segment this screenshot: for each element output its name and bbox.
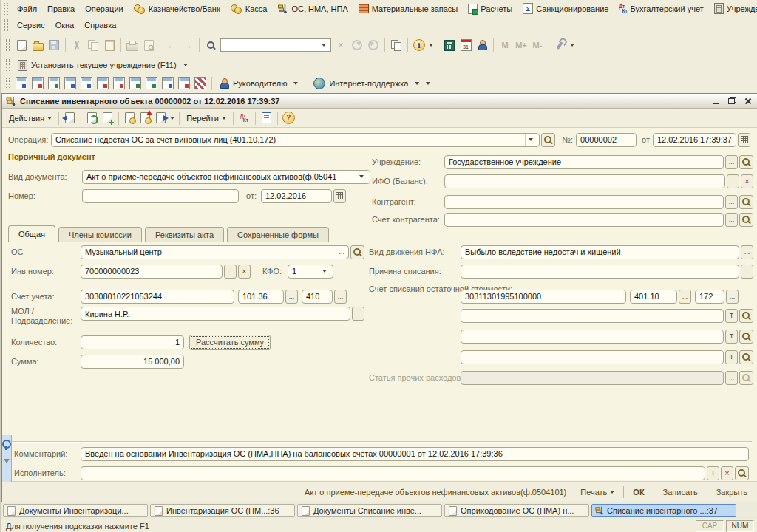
toolbar-grip[interactable] — [6, 78, 10, 89]
close-button-footer[interactable]: Закрыть — [712, 486, 752, 498]
copy-window-button[interactable] — [388, 37, 404, 53]
menu-file[interactable]: Файл — [12, 3, 42, 15]
menu-fixed-assets[interactable]: ОС, НМА, НПА — [272, 2, 353, 16]
toolbar-grip[interactable] — [302, 78, 305, 89]
os-search-button[interactable] — [350, 245, 364, 259]
inv-number-field[interactable]: 700000000023 — [81, 265, 223, 279]
tab-saved-forms[interactable]: Сохраненные формы — [227, 227, 329, 242]
extra3-search-button[interactable] — [739, 350, 753, 364]
print-button[interactable] — [124, 37, 140, 53]
account-field[interactable]: 101.36 — [238, 290, 284, 304]
inv-clear-button[interactable]: × — [238, 265, 251, 279]
contractor-account-select-button[interactable]: ... — [725, 213, 738, 227]
menu-inventory[interactable]: Материальные запасы — [353, 2, 464, 15]
menu-help[interactable]: Справка — [79, 19, 121, 31]
docked-panel-strip[interactable] — [2, 435, 12, 482]
taskbar-item-4[interactable]: Оприходование ОС (НМА) н... — [444, 504, 589, 517]
result-list-button[interactable] — [259, 110, 274, 126]
writeoff-sub-field[interactable]: 172 — [695, 290, 724, 304]
contractor-select-button[interactable]: ... — [725, 195, 738, 209]
operation-search-button[interactable] — [541, 133, 555, 147]
search-dropdown[interactable] — [319, 40, 328, 51]
report-icon-1[interactable] — [13, 75, 30, 92]
report-icon-12[interactable] — [192, 75, 208, 92]
contractor-search-button[interactable] — [739, 195, 753, 209]
writeoff-code-field[interactable]: 30311301995100000 — [461, 290, 626, 304]
tools-dropdown[interactable] — [568, 37, 576, 53]
extra2-search-button[interactable] — [739, 330, 753, 344]
print-button-footer[interactable]: Печать — [576, 486, 619, 498]
comment-field[interactable]: Введен на основании Инвентаризация ОС (Н… — [81, 447, 749, 461]
report-icon-4[interactable] — [62, 75, 78, 92]
ifo-select-button[interactable]: ... — [727, 174, 739, 188]
memory-button[interactable]: M — [497, 37, 513, 53]
save-button[interactable] — [46, 37, 62, 53]
tab-act-details[interactable]: Реквизиты акта — [145, 227, 224, 242]
minimize-button[interactable] — [709, 96, 722, 106]
internet-support-dropdown[interactable] — [424, 75, 432, 92]
toolbar-grip[interactable] — [4, 3, 8, 15]
report-icon-11[interactable] — [176, 75, 192, 92]
operation-dropdown[interactable] — [525, 134, 535, 146]
report-icon-8[interactable] — [127, 75, 143, 92]
copy-button[interactable] — [85, 37, 101, 53]
account-code-field[interactable]: 30308010221053244 — [81, 290, 234, 304]
report-icon-10[interactable] — [160, 75, 176, 92]
menu-operations[interactable]: Операции — [80, 3, 128, 15]
menu-windows[interactable]: Окна — [50, 19, 80, 31]
set-current-institution-button[interactable]: Установить текущее учреждение (F11) — [13, 59, 181, 72]
document-date-field[interactable]: 12.02.2016 17:39:37 — [653, 133, 736, 147]
subkonto-select-button[interactable]: ... — [334, 290, 347, 304]
report-icon-6[interactable] — [95, 75, 111, 92]
extra1-search-button[interactable] — [739, 309, 753, 323]
writeoff-sub-select-button[interactable]: ... — [726, 290, 739, 304]
os-select-button[interactable]: ... — [339, 247, 344, 258]
info-dropdown[interactable] — [427, 37, 435, 53]
quantity-field[interactable]: 1 — [81, 335, 184, 349]
goto-menu-button[interactable]: Перейти — [183, 112, 230, 124]
manager-dropdown[interactable] — [291, 75, 300, 92]
menu-cash[interactable]: Касса — [225, 2, 273, 16]
open-button[interactable] — [30, 37, 46, 53]
sum-field[interactable]: 15 000,00 — [81, 355, 184, 369]
ifo-clear-button[interactable]: × — [741, 174, 753, 188]
ok-button[interactable]: ОК — [628, 486, 648, 498]
create-on-basis-button[interactable] — [62, 110, 78, 126]
redo-button[interactable]: → — [180, 37, 196, 53]
contractor-account-search-button[interactable] — [739, 213, 753, 227]
writeoff-account-select-button[interactable]: ... — [679, 290, 691, 304]
taskbar-item-2[interactable]: Инвентаризация ОС (НМ...:36 — [150, 504, 295, 517]
menu-edit[interactable]: Правка — [42, 3, 80, 15]
calendar-button[interactable]: 31 — [458, 37, 474, 53]
close-button[interactable] — [741, 96, 754, 106]
toolbar-grip[interactable] — [6, 59, 10, 71]
report-icon-2[interactable] — [30, 75, 46, 92]
executor-search-button[interactable] — [735, 466, 749, 480]
internet-support-button[interactable]: Интернет-поддержка — [309, 77, 423, 90]
taskbar-item-1[interactable]: Документы Инвентаризаци... — [3, 504, 148, 517]
document-movements-button[interactable] — [153, 110, 169, 126]
extra3-type-button[interactable]: T — [725, 350, 738, 364]
memory-minus-button[interactable]: M- — [529, 37, 546, 53]
executor-clear-button[interactable]: × — [721, 466, 733, 480]
os-field[interactable]: Музыкальный центр... — [81, 245, 349, 259]
copy-document-button[interactable] — [100, 110, 115, 126]
menu-authorization[interactable]: ΣСанкционирование — [517, 1, 614, 16]
undo-button[interactable]: ← — [163, 37, 180, 53]
post-document-button[interactable] — [122, 110, 138, 126]
primary-number-field[interactable] — [82, 189, 239, 203]
new-document-button[interactable] — [13, 37, 30, 53]
mol-select-button[interactable]: ... — [352, 307, 364, 321]
menu-institution[interactable]: Учреждение — [709, 1, 757, 16]
primary-date-calendar-button[interactable] — [333, 189, 346, 203]
toolbar-grip[interactable] — [4, 19, 8, 31]
report-icon-7[interactable] — [111, 75, 127, 92]
dt-kt-button[interactable]: ДтКт — [237, 110, 252, 126]
reason-field[interactable] — [461, 265, 739, 279]
movement-field[interactable]: Выбыло вследствие недостач и хищений — [461, 245, 739, 259]
menu-treasury-bank[interactable]: Казначейство/Банк — [129, 2, 225, 16]
calculate-sum-button[interactable]: Рассчитать сумму — [189, 335, 271, 350]
find-button[interactable] — [203, 37, 219, 53]
contractor-field[interactable] — [444, 195, 724, 209]
institution-search-button[interactable] — [739, 155, 753, 169]
